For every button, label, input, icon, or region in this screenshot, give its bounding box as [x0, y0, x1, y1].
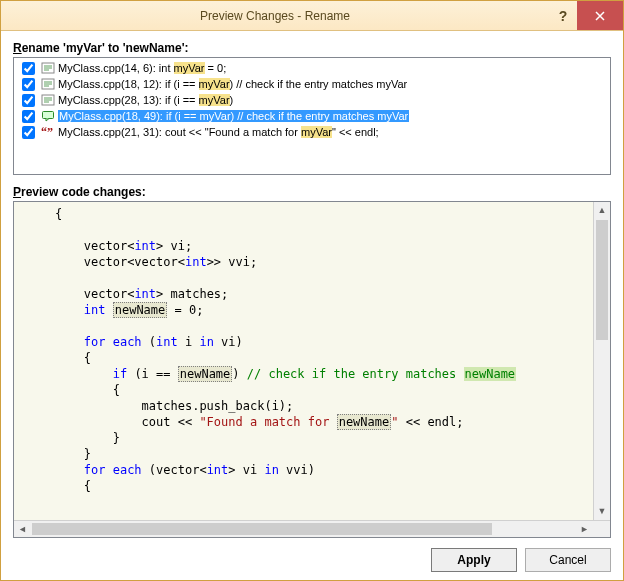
scroll-right-arrow-icon[interactable]: ► — [576, 521, 593, 537]
change-row[interactable]: “”MyClass.cpp(21, 31): cout << "Found a … — [14, 124, 610, 140]
row-checkbox[interactable] — [22, 126, 35, 139]
title-bar: Preview Changes - Rename ? — [1, 1, 623, 31]
change-row[interactable]: MyClass.cpp(14, 6): int myVar = 0; — [14, 60, 610, 76]
change-row[interactable]: MyClass.cpp(28, 13): if (i == myVar) — [14, 92, 610, 108]
code-preview-viewport[interactable]: { vector<int> vi; vector<vector<int>> vv… — [14, 202, 593, 520]
cancel-button[interactable]: Cancel — [525, 548, 611, 572]
dialog-content: Rename 'myVar' to 'newName': MyClass.cpp… — [1, 31, 623, 580]
row-checkbox[interactable] — [22, 78, 35, 91]
window-title: Preview Changes - Rename — [1, 9, 549, 23]
scroll-left-arrow-icon[interactable]: ◄ — [14, 521, 31, 537]
code-preview-area: { vector<int> vi; vector<vector<int>> vv… — [13, 201, 611, 538]
row-text: MyClass.cpp(28, 13): if (i == myVar) — [58, 94, 233, 106]
row-text: MyClass.cpp(18, 49): if (i == myVar) // … — [58, 110, 409, 122]
rename-section-label: Rename 'myVar' to 'newName': — [13, 41, 611, 55]
comment-icon — [41, 109, 55, 123]
code-content: { vector<int> vi; vector<vector<int>> vv… — [14, 206, 593, 502]
row-text: MyClass.cpp(21, 31): cout << "Found a ma… — [58, 126, 379, 138]
scroll-up-arrow-icon[interactable]: ▲ — [594, 202, 610, 219]
help-button[interactable]: ? — [549, 1, 577, 30]
dialog-button-bar: Apply Cancel — [13, 538, 611, 572]
row-checkbox[interactable] — [22, 110, 35, 123]
close-icon — [595, 11, 605, 21]
svg-text:“”: “” — [41, 125, 53, 139]
string-icon: “” — [41, 125, 55, 139]
change-row[interactable]: MyClass.cpp(18, 12): if (i == myVar) // … — [14, 76, 610, 92]
row-text: MyClass.cpp(14, 6): int myVar = 0; — [58, 62, 226, 74]
dialog-window: Preview Changes - Rename ? Rename 'myVar… — [0, 0, 624, 581]
titlebar-buttons: ? — [549, 1, 623, 30]
horizontal-scrollbar[interactable]: ◄ ► — [14, 520, 610, 537]
row-text: MyClass.cpp(18, 12): if (i == myVar) // … — [58, 78, 407, 90]
code-icon — [41, 93, 55, 107]
row-checkbox[interactable] — [22, 62, 35, 75]
horizontal-scroll-thumb[interactable] — [32, 523, 492, 535]
vertical-scroll-thumb[interactable] — [596, 220, 608, 340]
changes-list[interactable]: MyClass.cpp(14, 6): int myVar = 0;MyClas… — [13, 57, 611, 175]
svg-rect-3 — [43, 112, 54, 119]
vertical-scrollbar[interactable]: ▲ ▼ — [593, 202, 610, 520]
scroll-corner — [593, 521, 610, 537]
code-icon — [41, 61, 55, 75]
row-checkbox[interactable] — [22, 94, 35, 107]
scroll-down-arrow-icon[interactable]: ▼ — [594, 503, 610, 520]
apply-button[interactable]: Apply — [431, 548, 517, 572]
close-button[interactable] — [577, 1, 623, 30]
change-row[interactable]: MyClass.cpp(18, 49): if (i == myVar) // … — [14, 108, 610, 124]
preview-section-label: Preview code changes: — [13, 185, 611, 199]
code-icon — [41, 77, 55, 91]
